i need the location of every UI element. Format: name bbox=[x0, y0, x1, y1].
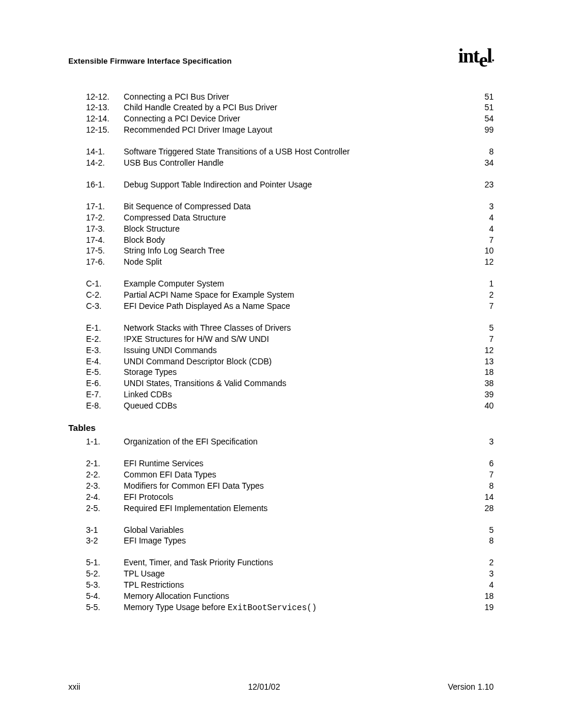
toc-entry: 5-3.TPL Restrictions 4 bbox=[68, 579, 494, 591]
entry-page: 51 bbox=[482, 91, 494, 103]
toc-entry: 2-2.Common EFI Data Types 7 bbox=[68, 469, 494, 480]
toc-group: 17-1.Bit Sequence of Compressed Data 317… bbox=[68, 201, 494, 268]
document-page: Extensible Firmware Interface Specificat… bbox=[0, 0, 562, 728]
entry-title: Compressed Data Structure bbox=[124, 212, 226, 223]
entry-number: 5-2. bbox=[86, 568, 124, 579]
toc-entry: 16-1.Debug Support Table Indirection and… bbox=[68, 179, 494, 190]
entry-number: 17-4. bbox=[86, 235, 124, 246]
entry-number: 12-13. bbox=[86, 102, 124, 113]
entry-number: E-5. bbox=[86, 367, 124, 378]
logo-part: e bbox=[479, 49, 487, 71]
entry-title: Example Computer System bbox=[124, 278, 224, 289]
entry-number: 3-1 bbox=[86, 525, 124, 536]
entry-page: 13 bbox=[482, 356, 494, 367]
entry-page: 2 bbox=[482, 557, 494, 568]
toc-entry: 12-14.Connecting a PCI Device Driver 54 bbox=[68, 113, 494, 124]
toc-entry: C-3.EFI Device Path Displayed As a Name … bbox=[68, 301, 494, 312]
entry-number: 14-2. bbox=[86, 157, 124, 169]
entry-title: EFI Runtime Services bbox=[124, 458, 203, 469]
toc-entry: 17-6.Node Split 12 bbox=[68, 256, 494, 268]
entry-page: 14 bbox=[482, 492, 494, 503]
entry-page: 40 bbox=[482, 400, 494, 411]
entry-title: EFI Protocols bbox=[124, 492, 173, 503]
entry-number: 5-4. bbox=[86, 591, 124, 602]
entry-page: 34 bbox=[482, 157, 494, 169]
entry-page: 5 bbox=[482, 525, 494, 536]
entry-page: 7 bbox=[482, 301, 494, 312]
entry-page: 39 bbox=[482, 389, 494, 400]
toc-entry: 3-2EFI Image Types 8 bbox=[68, 535, 494, 546]
toc-entry: C-2.Partial ACPI Name Space for Example … bbox=[68, 289, 494, 301]
page-header: Extensible Firmware Interface Specificat… bbox=[68, 47, 494, 65]
table-of-contents: 12-12.Connecting a PCI Bus Driver 5112-1… bbox=[68, 91, 494, 614]
entry-page: 12 bbox=[482, 256, 494, 268]
toc-entry: 2-4.EFI Protocols 14 bbox=[68, 492, 494, 503]
entry-number: 17-5. bbox=[86, 245, 124, 256]
toc-group: 14-1.Software Triggered State Transition… bbox=[68, 146, 494, 169]
entry-title: EFI Device Path Displayed As a Name Spac… bbox=[124, 301, 290, 312]
entry-page: 2 bbox=[482, 289, 494, 301]
entry-page: 3 bbox=[482, 201, 494, 212]
entry-page: 23 bbox=[482, 179, 494, 190]
entry-page: 10 bbox=[482, 245, 494, 256]
entry-title: UNDI Command Descriptor Block (CDB) bbox=[124, 356, 272, 367]
entry-number: 3-2 bbox=[86, 535, 124, 546]
doc-title: Extensible Firmware Interface Specificat… bbox=[68, 57, 232, 65]
entry-number: 12-15. bbox=[86, 124, 124, 136]
entry-number: 2-2. bbox=[86, 469, 124, 480]
entry-page: 99 bbox=[482, 124, 494, 136]
entry-number: C-1. bbox=[86, 278, 124, 289]
entry-title: !PXE Structures for H/W and S/W UNDI bbox=[124, 334, 269, 345]
entry-page: 5 bbox=[482, 322, 494, 334]
entry-title: Block Structure bbox=[124, 223, 180, 235]
entry-number: 17-1. bbox=[86, 201, 124, 212]
entry-title: String Info Log Search Tree bbox=[124, 245, 224, 256]
toc-entry: E-1.Network Stacks with Three Classes of… bbox=[68, 322, 494, 334]
toc-entry: 12-13.Child Handle Created by a PCI Bus … bbox=[68, 102, 494, 113]
toc-entry: 17-5.String Info Log Search Tree 10 bbox=[68, 245, 494, 256]
toc-entry: E-3.Issuing UNDI Commands 12 bbox=[68, 345, 494, 356]
toc-entry: 17-1.Bit Sequence of Compressed Data 3 bbox=[68, 201, 494, 212]
entry-number: C-3. bbox=[86, 301, 124, 312]
entry-number: E-7. bbox=[86, 389, 124, 400]
toc-entry: E-2.!PXE Structures for H/W and S/W UNDI… bbox=[68, 334, 494, 345]
toc-group: 5-1.Event, Timer, and Task Priority Func… bbox=[68, 557, 494, 613]
entry-page: 3 bbox=[482, 436, 494, 447]
entry-number: 5-5. bbox=[86, 602, 124, 613]
entry-number: 1-1. bbox=[86, 436, 124, 447]
entry-title: Event, Timer, and Task Priority Function… bbox=[124, 557, 273, 568]
entry-number: 17-2. bbox=[86, 212, 124, 223]
toc-entry: 14-2.USB Bus Controller Handle 34 bbox=[68, 157, 494, 169]
entry-title: UNDI States, Transitions & Valid Command… bbox=[124, 378, 286, 389]
entry-number: E-4. bbox=[86, 356, 124, 367]
entry-page: 3 bbox=[482, 568, 494, 579]
entry-number: 12-12. bbox=[86, 91, 124, 103]
toc-entry: 12-15.Recommended PCI Driver Image Layou… bbox=[68, 124, 494, 136]
toc-group: 1-1.Organization of the EFI Specificatio… bbox=[68, 436, 494, 447]
entry-number: C-2. bbox=[86, 289, 124, 301]
entry-title: TPL Restrictions bbox=[124, 579, 184, 591]
entry-number: E-6. bbox=[86, 378, 124, 389]
entry-title: USB Bus Controller Handle bbox=[124, 157, 224, 169]
entry-number: 17-6. bbox=[86, 256, 124, 268]
footer-version: Version 1.10 bbox=[448, 682, 494, 691]
entry-page: 7 bbox=[482, 334, 494, 345]
entry-page: 12 bbox=[482, 345, 494, 356]
entry-title: Organization of the EFI Specification bbox=[124, 436, 257, 447]
entry-title: Modifiers for Common EFI Data Types bbox=[124, 480, 264, 492]
entry-title: Common EFI Data Types bbox=[124, 469, 216, 480]
intel-logo: intel. bbox=[458, 47, 494, 65]
entry-title: Bit Sequence of Compressed Data bbox=[124, 201, 251, 212]
entry-page: 4 bbox=[482, 223, 494, 235]
toc-entry: 2-5.Required EFI Implementation Elements… bbox=[68, 503, 494, 514]
toc-entry: 17-3.Block Structure 4 bbox=[68, 223, 494, 235]
entry-number: 17-3. bbox=[86, 223, 124, 235]
entry-page: 54 bbox=[482, 113, 494, 124]
entry-title: Child Handle Created by a PCI Bus Driver bbox=[124, 102, 277, 113]
toc-group: 12-12.Connecting a PCI Bus Driver 5112-1… bbox=[68, 91, 494, 136]
entry-number: 2-5. bbox=[86, 503, 124, 514]
entry-title: EFI Image Types bbox=[124, 535, 186, 546]
entry-page: 18 bbox=[482, 591, 494, 602]
toc-entry: 14-1.Software Triggered State Transition… bbox=[68, 146, 494, 157]
entry-title: Queued CDBs bbox=[124, 400, 177, 411]
